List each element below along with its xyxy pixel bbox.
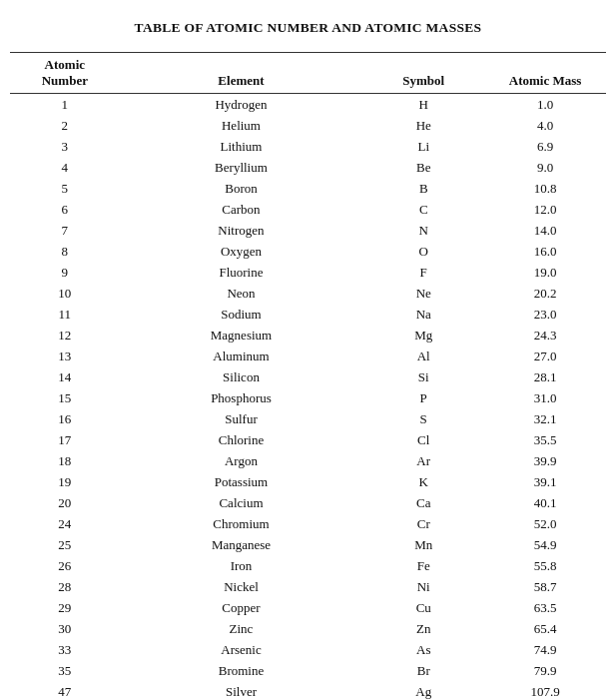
table-row: 47SilverAg107.9 xyxy=(10,681,606,699)
cell-symbol: Ag xyxy=(362,681,484,699)
cell-atomic-number: 17 xyxy=(10,429,120,450)
cell-element: Zinc xyxy=(120,618,363,639)
cell-element: Sulfur xyxy=(120,408,363,429)
cell-element: Nitrogen xyxy=(120,220,363,241)
cell-element: Calcium xyxy=(120,492,363,513)
cell-element: Boron xyxy=(120,178,363,199)
cell-atomic-number: 13 xyxy=(10,346,120,366)
cell-atomic-mass: 4.0 xyxy=(484,115,606,136)
table-row: 20CalciumCa40.1 xyxy=(10,492,606,513)
cell-element: Nickel xyxy=(120,576,363,597)
page-title: TABLE OF ATOMIC NUMBER AND ATOMIC MASSES xyxy=(10,20,606,36)
cell-symbol: Ca xyxy=(362,492,484,513)
cell-atomic-number: 9 xyxy=(10,262,120,283)
table-row: 17ChlorineCl35.5 xyxy=(10,429,606,450)
table-row: 8OxygenO16.0 xyxy=(10,241,606,262)
cell-atomic-number: 16 xyxy=(10,408,120,429)
cell-symbol: K xyxy=(362,471,484,492)
cell-atomic-mass: 79.9 xyxy=(484,660,606,681)
table-row: 26IronFe55.8 xyxy=(10,555,606,576)
cell-element: Argon xyxy=(120,450,363,471)
table-row: 6CarbonC12.0 xyxy=(10,199,606,220)
cell-element: Helium xyxy=(120,115,363,136)
cell-atomic-number: 5 xyxy=(10,178,120,199)
cell-symbol: Mg xyxy=(362,325,484,346)
cell-atomic-number: 15 xyxy=(10,387,120,408)
cell-atomic-mass: 65.4 xyxy=(484,618,606,639)
cell-atomic-number: 19 xyxy=(10,471,120,492)
cell-atomic-number: 14 xyxy=(10,366,120,387)
cell-symbol: B xyxy=(362,178,484,199)
cell-atomic-number: 2 xyxy=(10,115,120,136)
cell-atomic-mass: 1.0 xyxy=(484,94,606,116)
cell-symbol: Si xyxy=(362,366,484,387)
cell-symbol: Li xyxy=(362,136,484,157)
cell-element: Copper xyxy=(120,597,363,618)
table-row: 29CopperCu63.5 xyxy=(10,597,606,618)
table-row: 13AluminumAl27.0 xyxy=(10,346,606,366)
table-row: 4BerylliumBe9.0 xyxy=(10,157,606,178)
cell-atomic-number: 33 xyxy=(10,639,120,660)
table-row: 19PotassiumK39.1 xyxy=(10,471,606,492)
cell-symbol: Cl xyxy=(362,429,484,450)
cell-atomic-mass: 12.0 xyxy=(484,199,606,220)
cell-symbol: Be xyxy=(362,157,484,178)
table-row: 15PhosphorusP31.0 xyxy=(10,387,606,408)
table-row: 33ArsenicAs74.9 xyxy=(10,639,606,660)
cell-symbol: Zn xyxy=(362,618,484,639)
cell-element: Hydrogen xyxy=(120,94,363,116)
cell-atomic-number: 24 xyxy=(10,513,120,534)
cell-atomic-number: 30 xyxy=(10,618,120,639)
cell-element: Bromine xyxy=(120,660,363,681)
col-header-element: Element xyxy=(120,53,363,94)
table-row: 10NeonNe20.2 xyxy=(10,283,606,304)
col-header-mass: Atomic Mass xyxy=(484,53,606,94)
cell-atomic-mass: 39.1 xyxy=(484,471,606,492)
cell-symbol: Ni xyxy=(362,576,484,597)
cell-element: Iron xyxy=(120,555,363,576)
cell-atomic-number: 6 xyxy=(10,199,120,220)
cell-atomic-mass: 10.8 xyxy=(484,178,606,199)
cell-atomic-number: 29 xyxy=(10,597,120,618)
table-row: 24ChromiumCr52.0 xyxy=(10,513,606,534)
cell-atomic-mass: 9.0 xyxy=(484,157,606,178)
cell-atomic-mass: 24.3 xyxy=(484,325,606,346)
cell-symbol: P xyxy=(362,387,484,408)
cell-atomic-number: 8 xyxy=(10,241,120,262)
cell-atomic-mass: 52.0 xyxy=(484,513,606,534)
cell-atomic-mass: 63.5 xyxy=(484,597,606,618)
cell-element: Manganese xyxy=(120,534,363,555)
cell-atomic-number: 28 xyxy=(10,576,120,597)
cell-symbol: Br xyxy=(362,660,484,681)
table-row: 7NitrogenN14.0 xyxy=(10,220,606,241)
cell-symbol: Al xyxy=(362,346,484,366)
table-row: 30ZincZn65.4 xyxy=(10,618,606,639)
cell-atomic-number: 18 xyxy=(10,450,120,471)
cell-atomic-number: 10 xyxy=(10,283,120,304)
cell-symbol: As xyxy=(362,639,484,660)
cell-symbol: Cr xyxy=(362,513,484,534)
cell-element: Potassium xyxy=(120,471,363,492)
cell-symbol: Fe xyxy=(362,555,484,576)
cell-element: Sodium xyxy=(120,304,363,325)
cell-atomic-mass: 14.0 xyxy=(484,220,606,241)
table-row: 14SiliconSi28.1 xyxy=(10,366,606,387)
cell-atomic-number: 7 xyxy=(10,220,120,241)
col-header-number: AtomicNumber xyxy=(10,53,120,94)
table-row: 3LithiumLi6.9 xyxy=(10,136,606,157)
cell-atomic-mass: 107.9 xyxy=(484,681,606,699)
cell-atomic-number: 26 xyxy=(10,555,120,576)
table-row: 2HeliumHe4.0 xyxy=(10,115,606,136)
cell-element: Phosphorus xyxy=(120,387,363,408)
cell-atomic-mass: 39.9 xyxy=(484,450,606,471)
cell-element: Silicon xyxy=(120,366,363,387)
cell-atomic-mass: 40.1 xyxy=(484,492,606,513)
cell-element: Aluminum xyxy=(120,346,363,366)
cell-atomic-number: 20 xyxy=(10,492,120,513)
cell-atomic-number: 47 xyxy=(10,681,120,699)
cell-atomic-mass: 19.0 xyxy=(484,262,606,283)
cell-atomic-mass: 74.9 xyxy=(484,639,606,660)
cell-element: Lithium xyxy=(120,136,363,157)
cell-atomic-mass: 54.9 xyxy=(484,534,606,555)
cell-atomic-mass: 27.0 xyxy=(484,346,606,366)
